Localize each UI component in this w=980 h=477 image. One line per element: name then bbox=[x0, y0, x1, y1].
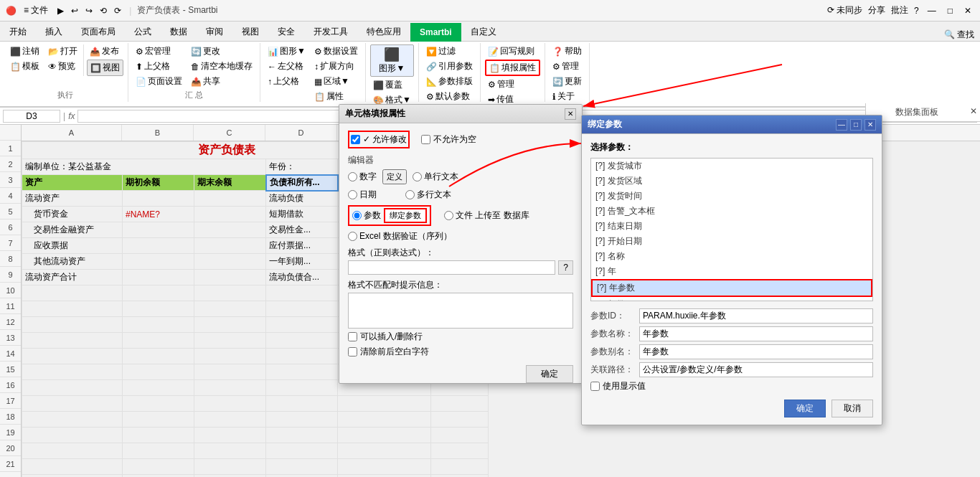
btn-page-setup[interactable]: 📄 页面设置 bbox=[133, 75, 185, 88]
param-item-8[interactable]: [?] 年参数 bbox=[591, 279, 872, 297]
param-list[interactable]: [?] 发货城市 [?] 发货区域 [?] 发货时间 [?] 告警_文本框 [?… bbox=[590, 158, 873, 301]
cell-C8[interactable] bbox=[194, 254, 266, 270]
btn-ref-param[interactable]: 🔗 引用参数 bbox=[423, 60, 476, 73]
tab-start[interactable]: 开始 bbox=[0, 22, 36, 41]
cell-A7[interactable]: 应收票据 bbox=[22, 238, 123, 254]
menu-redo1[interactable]: ↪ bbox=[83, 6, 95, 16]
comment-btn[interactable]: 批注 bbox=[891, 4, 908, 16]
btn-macro[interactable]: ⚙ 宏管理 bbox=[133, 44, 185, 58]
cell-A18[interactable] bbox=[22, 412, 123, 428]
radio-date-input[interactable] bbox=[348, 190, 357, 199]
confirm-btn[interactable]: 确定 bbox=[526, 365, 573, 383]
search-btn[interactable]: 🔍 查找 bbox=[944, 29, 974, 41]
tab-formula[interactable]: 公式 bbox=[125, 22, 161, 41]
use-display-checkbox[interactable] bbox=[590, 382, 600, 391]
btn-change[interactable]: 🔄 更改 bbox=[188, 44, 255, 58]
cell-A4[interactable]: 流动资产 bbox=[22, 191, 123, 207]
btn-update[interactable]: 🔄 更新 bbox=[550, 75, 585, 88]
format-input[interactable] bbox=[348, 260, 555, 275]
cell-A15[interactable] bbox=[22, 364, 123, 380]
mismatch-input[interactable] bbox=[348, 293, 573, 329]
param-item-4[interactable]: [?] 结束日期 bbox=[591, 219, 872, 234]
cell-D2[interactable]: 年份： bbox=[266, 159, 338, 175]
cell-A11[interactable] bbox=[22, 301, 123, 317]
param-item-5[interactable]: [?] 开始日期 bbox=[591, 234, 872, 249]
cell-D9[interactable]: 流动负债合... bbox=[266, 270, 338, 285]
menu-redo2[interactable]: ⟳ bbox=[112, 6, 123, 16]
tab-special[interactable]: 特色应用 bbox=[357, 22, 410, 41]
col-header-C[interactable]: C bbox=[194, 125, 265, 141]
param-item-6[interactable]: [?] 名称 bbox=[591, 249, 872, 264]
cell-C5[interactable] bbox=[194, 207, 266, 222]
radio-param-input[interactable] bbox=[352, 211, 362, 220]
param-item-9[interactable]: [?] 年份 bbox=[591, 297, 872, 301]
bind-param-maximize[interactable]: □ bbox=[850, 119, 862, 131]
cell-A12[interactable] bbox=[22, 317, 123, 333]
btn-default-param[interactable]: ⚙ 默认参数 bbox=[423, 90, 476, 103]
cell-A14[interactable] bbox=[22, 349, 123, 364]
cell-C6[interactable] bbox=[194, 222, 266, 238]
cell-A17[interactable] bbox=[22, 396, 123, 412]
btn-manage-report[interactable]: ⚙ 管理 bbox=[485, 77, 540, 91]
btn-fill-property[interactable]: 📋 填报属性 bbox=[485, 60, 540, 76]
btn-graph[interactable]: 📊 图形▼ bbox=[265, 44, 308, 58]
format-help-btn[interactable]: ? bbox=[558, 260, 573, 275]
btn-admin[interactable]: ⚙ 管理 bbox=[550, 60, 585, 73]
name-box[interactable] bbox=[3, 110, 60, 123]
menu-undo1[interactable]: ▶ bbox=[55, 6, 66, 16]
cell-A10[interactable] bbox=[22, 285, 123, 301]
cell-A9[interactable]: 流动资产合计 bbox=[22, 270, 123, 285]
can-insert-delete-checkbox[interactable] bbox=[348, 332, 357, 341]
cell-props-dialog-close[interactable]: ✕ bbox=[565, 108, 576, 120]
btn-cover[interactable]: ⬛ 覆盖 bbox=[370, 78, 414, 92]
btn-about[interactable]: ℹ 关于 bbox=[550, 90, 585, 103]
cell-A20[interactable] bbox=[22, 443, 123, 459]
cell-props-dialog-header[interactable]: 单元格填报属性 ✕ bbox=[339, 105, 582, 123]
data-panel-close[interactable]: ✕ bbox=[970, 106, 977, 116]
btn-publish[interactable]: 📤 发布 bbox=[87, 44, 123, 58]
menu-undo3[interactable]: ⟲ bbox=[98, 6, 109, 16]
menu-undo2[interactable]: ↩ bbox=[69, 6, 80, 16]
bind-param-dialog-header[interactable]: 绑定参数 — □ ✕ bbox=[582, 115, 882, 134]
cell-A16[interactable] bbox=[22, 380, 123, 396]
cell-A21[interactable] bbox=[22, 459, 123, 475]
cell-B3[interactable]: 期初余额 bbox=[123, 175, 194, 191]
cell-D3[interactable]: 负债和所有... bbox=[266, 175, 338, 191]
bind-param-btn[interactable]: 绑定参数 bbox=[384, 208, 427, 223]
maximize-btn[interactable]: □ bbox=[945, 6, 956, 16]
tab-devtools[interactable]: 开发工具 bbox=[304, 22, 357, 41]
bind-param-minimize[interactable]: — bbox=[836, 119, 847, 131]
tab-smartbi[interactable]: Smartbi bbox=[410, 23, 461, 42]
tab-insert[interactable]: 插入 bbox=[36, 22, 72, 41]
btn-share[interactable]: 📤 共享 bbox=[188, 75, 255, 88]
btn-top-parent[interactable]: ↑ 上父格 bbox=[265, 75, 308, 88]
cell-C4[interactable] bbox=[194, 191, 266, 207]
cell-A3[interactable]: 资产 bbox=[22, 175, 123, 191]
cell-B8[interactable] bbox=[123, 254, 194, 270]
btn-filter[interactable]: 🔽 过滤 bbox=[423, 44, 476, 58]
btn-clear-cache[interactable]: 🗑 清空本地缓存 bbox=[188, 60, 255, 73]
btn-writeback-rule[interactable]: 📝 回写规则 bbox=[485, 44, 540, 58]
cell-A19[interactable] bbox=[22, 428, 123, 443]
btn-parent-row[interactable]: ⬆ 上父格 bbox=[133, 60, 185, 73]
cell-C7[interactable] bbox=[194, 238, 266, 254]
cell-A13[interactable] bbox=[22, 333, 123, 349]
cell-B5[interactable]: #NAME? bbox=[123, 207, 194, 222]
close-btn[interactable]: ✕ bbox=[961, 6, 974, 16]
help-btn[interactable]: ? bbox=[914, 6, 919, 16]
col-header-A[interactable]: A bbox=[22, 125, 122, 141]
btn-expand-dir[interactable]: ↕ 扩展方向 bbox=[311, 60, 361, 73]
param-item-0[interactable]: [?] 发货城市 bbox=[591, 159, 872, 174]
col-header-D[interactable]: D bbox=[265, 125, 337, 141]
cell-A5[interactable]: 货币资金 bbox=[22, 207, 123, 222]
cell-B6[interactable] bbox=[123, 222, 194, 238]
cell-D5[interactable]: 短期借款 bbox=[266, 207, 338, 222]
cell-C3[interactable]: 期末余额 bbox=[194, 175, 266, 191]
allow-edit-checkbox[interactable] bbox=[351, 135, 360, 144]
btn-datasetting[interactable]: ⚙ 数据设置 bbox=[311, 44, 361, 58]
tab-security[interactable]: 安全 bbox=[268, 22, 304, 41]
btn-preview[interactable]: 👁 预览 bbox=[45, 60, 80, 73]
radio-single-text-input[interactable] bbox=[413, 172, 422, 181]
btn-logout[interactable]: ⬛ 注销 bbox=[7, 44, 42, 58]
btn-help[interactable]: ❓ 帮助 bbox=[550, 44, 585, 58]
